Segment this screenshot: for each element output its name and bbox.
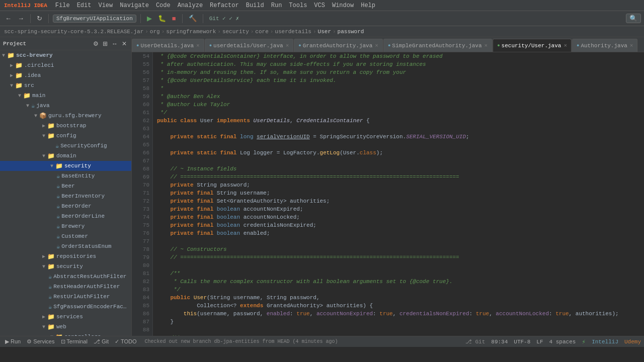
tree-item-scc-brewery[interactable]: ▼ 📁 scc-brewery xyxy=(0,50,131,60)
tab-UserDetails[interactable]: ●UserDetails.java × xyxy=(132,39,204,52)
tab-close-UserDetails[interactable]: × xyxy=(196,43,200,49)
tree-item-OrderStatusEnum[interactable]: ☕ OrderStatusEnum xyxy=(0,241,131,251)
toolbar-back-btn[interactable]: ← xyxy=(3,14,14,23)
tab-security-User[interactable]: ●security/User.java × xyxy=(493,39,572,52)
tree-item-AbstractRestAuthFilter[interactable]: ☕ AbstractRestAuthFilter xyxy=(0,272,131,282)
menu-run[interactable]: Run xyxy=(271,2,282,9)
ln-62: 62 xyxy=(132,117,149,125)
git-branch-status[interactable]: ⎇ Git xyxy=(465,338,485,345)
menu-edit[interactable]: Edit xyxy=(77,2,92,9)
menu-code[interactable]: Code xyxy=(156,2,171,9)
todo-btn[interactable]: ✓ TODO xyxy=(113,338,138,345)
tree-item-circleci[interactable]: ▶ 📁 .circleci xyxy=(0,60,131,70)
code-area[interactable]: 54 55 56 57 58 59 60 61 62 63 64 65 66 6… xyxy=(132,52,644,336)
sidebar-layout-btn[interactable]: ⊞ xyxy=(101,40,109,48)
code-line-71: private final String username; xyxy=(157,189,644,197)
ln-54: 54 xyxy=(132,52,149,60)
tree-item-Brewery[interactable]: ☕ Brewery xyxy=(0,221,131,231)
sidebar-close-btn[interactable]: ✕ xyxy=(120,40,128,48)
tree-item-idea[interactable]: ▶ 📁 .idea xyxy=(0,70,131,80)
tree-item-SecurityConfig[interactable]: ☕ SecurityConfig xyxy=(0,141,131,151)
terminal-btn[interactable]: ⊡ Terminal xyxy=(59,338,90,345)
tab-userdetails-User[interactable]: ●userdetails/User.java × xyxy=(205,39,294,52)
bc-springframework[interactable]: springframework xyxy=(166,29,216,35)
toolbar-debug-btn[interactable]: 🐛 xyxy=(156,14,168,23)
tree-item-BeerInventory[interactable]: ☕ BeerInventory xyxy=(0,191,131,201)
idea-label[interactable]: IntelliJ xyxy=(592,339,618,345)
git-btn[interactable]: ⎇ Git xyxy=(92,338,111,345)
tree-item-RestUrlAuthFilter[interactable]: ☕ RestUrlAuthFilter xyxy=(0,292,131,302)
tree-item-BaseEntity[interactable]: ☕ BaseEntity xyxy=(0,171,131,181)
sidebar: Project ⚙ ⊞ ↔ ✕ ▼ 📁 scc-brewery ▶ 📁 .cir… xyxy=(0,37,132,336)
menu-navigate[interactable]: Navigate xyxy=(120,2,149,9)
tree-item-BeerOrder[interactable]: ☕ BeerOrder xyxy=(0,201,131,211)
tree-item-Beer[interactable]: ☕ Beer xyxy=(0,181,131,191)
sidebar-expand-btn[interactable]: ↔ xyxy=(110,40,119,48)
tree-item-controllers[interactable]: ▼ 📁 controllers xyxy=(0,332,131,336)
menu-build[interactable]: Build xyxy=(246,2,264,9)
tree-item-domain[interactable]: ▼ 📁 domain xyxy=(0,151,131,161)
bc-core[interactable]: core xyxy=(255,29,268,35)
tab-GrantedAuthority[interactable]: ●GrantedAuthority.java × xyxy=(294,39,383,52)
tree-item-RestHeaderAuthFilter[interactable]: ☕ RestHeaderAuthFilter xyxy=(0,282,131,292)
tree-item-config[interactable]: ▼ 📁 config xyxy=(0,131,131,141)
toolbar-refresh-btn[interactable]: ↻ xyxy=(35,14,44,23)
tree-item-repositories[interactable]: ▶ 📁 repositories xyxy=(0,251,131,261)
ln-79: 79 xyxy=(132,253,149,261)
udemy-label[interactable]: Udemy xyxy=(624,339,641,345)
code-line-61: */ xyxy=(157,109,644,117)
tab-close-security-User[interactable]: × xyxy=(564,43,567,49)
tree-item-Customer[interactable]: ☕ Customer xyxy=(0,231,131,241)
cursor-position[interactable]: 89:34 xyxy=(491,339,508,345)
tree-item-web[interactable]: ▼ 📁 web xyxy=(0,322,131,332)
tab-close-Authority[interactable]: × xyxy=(630,43,633,49)
line-sep-status[interactable]: LF xyxy=(536,339,543,345)
tree-item-services[interactable]: ▶ 📁 services xyxy=(0,312,131,322)
tree-item-security-pkg[interactable]: ▼ 📁 security xyxy=(0,261,131,272)
toolbar-forward-btn[interactable]: → xyxy=(16,14,26,23)
tree-item-SfgPasswordEncoderFactories[interactable]: ☕ SfgPasswordEncoderFactories xyxy=(0,302,131,312)
run-config-selector[interactable]: SfgBreweryUIApplication xyxy=(53,15,136,23)
sidebar-gear-btn[interactable]: ⚙ xyxy=(92,40,100,48)
menu-window[interactable]: Window xyxy=(332,2,354,9)
tree-item-src[interactable]: ▼ 📁 src xyxy=(0,80,131,90)
services-btn[interactable]: ⚙ Services xyxy=(25,338,56,345)
tab-SimpleGrantedAuthority[interactable]: ●SimpleGrantedAuthority.java × xyxy=(383,39,492,52)
menu-vcs[interactable]: VCS xyxy=(314,2,325,9)
line-numbers: 54 55 56 57 58 59 60 61 62 63 64 65 66 6… xyxy=(132,52,153,336)
bc-org[interactable]: org xyxy=(150,29,160,35)
menu-refactor[interactable]: Refactor xyxy=(210,2,239,9)
toolbar-build-btn[interactable]: 🔨 xyxy=(187,14,199,23)
bc-security[interactable]: security xyxy=(222,29,249,35)
tree-item-bootstrap[interactable]: ▶ 📁 bootstrap xyxy=(0,121,131,131)
code-line-89: /** xyxy=(157,334,644,336)
menu-tools[interactable]: Tools xyxy=(289,2,307,9)
tab-close-GrantedAuthority[interactable]: × xyxy=(375,43,378,49)
tab-close-SimpleGrantedAuthority[interactable]: × xyxy=(485,43,488,49)
tree-item-java[interactable]: ▼ ☕ java xyxy=(0,101,131,111)
ln-84: 84 xyxy=(132,294,149,302)
tree-item-guru-pkg[interactable]: ▼ 📦 guru.sfg.brewery xyxy=(0,111,131,121)
toolbar-search-btn[interactable]: 🔍 xyxy=(626,14,641,23)
toolbar-stop-btn[interactable]: ■ xyxy=(170,14,178,23)
ln-69: 69 xyxy=(132,173,149,181)
toolbar-run-btn[interactable]: ▶ xyxy=(145,14,154,23)
indent-status[interactable]: 4 spaces xyxy=(549,339,576,345)
bc-jar[interactable]: scc-spring-security-core-5.3.2.RELEASE.j… xyxy=(4,29,143,35)
encoding-status[interactable]: UTF-8 xyxy=(514,339,530,345)
bc-password[interactable]: password xyxy=(338,29,364,35)
bc-user-class[interactable]: User xyxy=(318,29,331,35)
menu-analyze[interactable]: Analyze xyxy=(178,2,203,9)
menu-file[interactable]: File xyxy=(55,2,70,9)
code-content[interactable]: * {@code CredentialsContainer} interface… xyxy=(153,52,644,336)
tree-item-main[interactable]: ▼ 📁 main xyxy=(0,90,131,101)
code-line-83: */ xyxy=(157,286,644,294)
tree-item-security-domain[interactable]: ▼ 📁 security xyxy=(0,161,131,171)
menu-view[interactable]: View xyxy=(98,2,113,9)
run-btn[interactable]: ▶ Run xyxy=(3,338,23,345)
tab-close-userdetails-User[interactable]: × xyxy=(286,43,289,49)
menu-help[interactable]: Help xyxy=(361,2,375,9)
tree-item-BeerOrderLine[interactable]: ☕ BeerOrderLine xyxy=(0,211,131,221)
tab-Authority[interactable]: ●Authority.java × xyxy=(572,39,637,52)
bc-userdetails[interactable]: userdetails xyxy=(275,29,311,35)
